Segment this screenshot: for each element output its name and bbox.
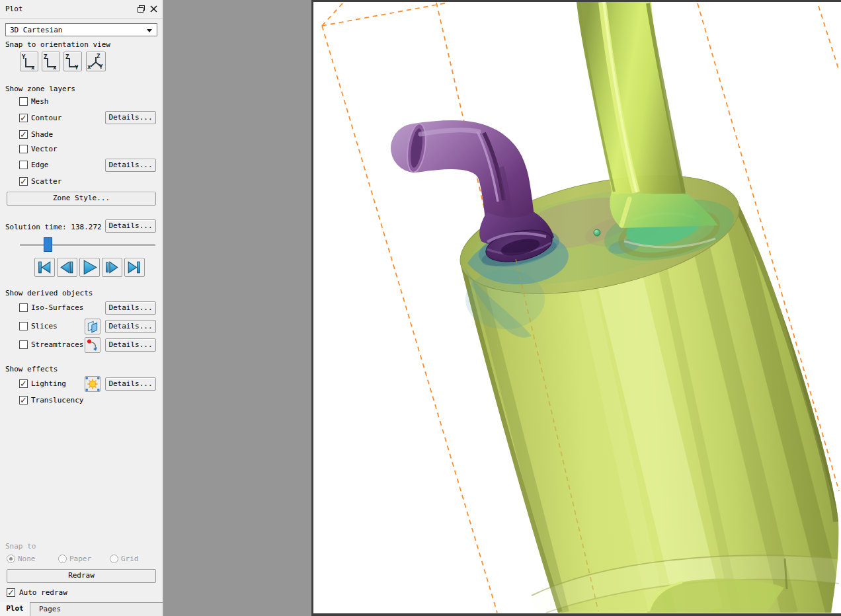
orientation-button-yx[interactable]: Y x [20, 52, 38, 71]
contour-checkbox[interactable] [19, 114, 28, 122]
workspace-background [163, 0, 311, 616]
axis-letter: Z [97, 53, 100, 59]
plot-canvas[interactable] [313, 2, 841, 613]
snap-to-label: Snap to [5, 542, 36, 551]
mesh-checkbox[interactable] [19, 97, 28, 106]
snap-paper-label: Paper [69, 555, 91, 563]
streamtraces-icon [85, 338, 100, 352]
edge-details-button[interactable]: Details... [105, 159, 156, 172]
time-slider-handle[interactable] [44, 237, 52, 252]
shade-checkbox[interactable] [19, 130, 28, 139]
solution-time-caption: Solution time: [5, 223, 67, 231]
iso-surfaces-label: Iso-Surfaces [31, 303, 83, 312]
app-root: { "panel": { "title": "Plot", "window_ic… [0, 0, 841, 616]
snap-grid-radio[interactable] [110, 555, 118, 563]
tab-pages[interactable]: Pages [31, 603, 69, 616]
redraw-button[interactable]: Redraw [7, 569, 156, 583]
iso-surfaces-details-button[interactable]: Details... [105, 301, 156, 315]
edge-label: Edge [31, 161, 49, 169]
tab-plot[interactable]: Plot [0, 602, 30, 616]
orientation-button-zx[interactable]: Z x [42, 52, 60, 71]
scatter-label: Scatter [31, 177, 61, 186]
axis-letter: Y [75, 64, 79, 70]
axis-letter: Z [65, 54, 69, 60]
slices-tool-button[interactable] [85, 319, 100, 334]
lighting-icon [85, 377, 100, 391]
iso-surfaces-checkbox[interactable] [19, 303, 28, 312]
derived-objects-label: Show derived objects [5, 289, 93, 297]
time-slider-track[interactable] [20, 244, 155, 247]
plot-type-select[interactable]: 3D Cartesian [5, 23, 157, 36]
edge-checkbox[interactable] [19, 161, 28, 169]
streamtraces-checkbox[interactable] [19, 340, 28, 349]
snap-grid-label: Grid [121, 555, 139, 563]
slices-checkbox[interactable] [19, 322, 28, 330]
play-icon [80, 258, 99, 276]
panel-titlebar[interactable]: Plot [0, 0, 163, 19]
skip-to-start-icon [35, 258, 54, 276]
orientation-view-label: Snap to orientation view [5, 40, 110, 49]
solution-time-value: 138.272 [71, 223, 101, 231]
skip-to-end-icon [125, 258, 144, 276]
axis-letter: x [87, 63, 91, 70]
solution-time-details-button[interactable]: Details... [105, 219, 156, 233]
streamtraces-tool-button[interactable] [85, 337, 100, 353]
vector-checkbox[interactable] [19, 145, 28, 153]
zone-style-button[interactable]: Zone Style... [7, 192, 156, 206]
axis-letter: Y [22, 54, 26, 60]
step-back-button[interactable] [57, 258, 77, 277]
effects-label: Show effects [5, 365, 58, 373]
orientation-button-xyz[interactable]: Z x Y [86, 52, 106, 71]
shade-label: Shade [31, 130, 53, 139]
axis-letter: Y [99, 63, 103, 70]
float-icon[interactable] [137, 5, 145, 13]
close-icon[interactable] [149, 5, 158, 13]
contour-details-button[interactable]: Details... [105, 111, 156, 124]
snap-none-label: None [18, 555, 36, 563]
mesh-label: Mesh [31, 97, 49, 106]
lighting-details-button[interactable]: Details... [105, 377, 156, 391]
chevron-down-icon [147, 29, 152, 32]
plot-window [311, 0, 841, 616]
skip-to-end-button[interactable] [124, 258, 145, 277]
slices-icon [85, 319, 100, 334]
lighting-tool-button[interactable] [85, 376, 100, 392]
snap-none-radio[interactable] [7, 555, 15, 563]
lighting-checkbox[interactable] [19, 379, 28, 388]
axis-letter: Z [44, 54, 48, 60]
axis-letter: x [53, 64, 57, 70]
slices-details-button[interactable]: Details... [105, 320, 156, 333]
plot-sidebar-panel: Plot 3D Cartesian Snap to orientation vi… [0, 0, 163, 616]
auto-redraw-label: Auto redraw [19, 588, 67, 597]
panel-tabbar: Plot Pages [0, 602, 163, 616]
translucency-label: Translucency [31, 396, 83, 404]
lighting-label: Lighting [31, 379, 66, 388]
slices-label: Slices [31, 322, 58, 330]
zone-layers-label: Show zone layers [5, 85, 75, 93]
panel-title: Plot [5, 5, 23, 13]
vector-label: Vector [31, 145, 58, 153]
step-forward-button[interactable] [102, 258, 122, 277]
orientation-button-zy[interactable]: Z Y [63, 52, 82, 71]
contour-label: Contour [31, 114, 61, 122]
play-button[interactable] [79, 258, 100, 277]
translucency-checkbox[interactable] [19, 396, 28, 404]
skip-to-start-button[interactable] [34, 258, 55, 277]
streamtraces-details-button[interactable]: Details... [105, 338, 156, 352]
step-forward-icon [102, 258, 122, 276]
snap-paper-radio[interactable] [58, 555, 67, 563]
scatter-point [594, 229, 600, 236]
auto-redraw-checkbox[interactable] [7, 588, 15, 597]
plot-type-value: 3D Cartesian [10, 26, 62, 34]
axis-letter: x [31, 64, 35, 70]
solution-time-label: Solution time: 138.272 [5, 223, 102, 231]
scatter-checkbox[interactable] [19, 177, 28, 186]
step-back-icon [58, 258, 77, 276]
streamtraces-label: Streamtraces [31, 340, 83, 349]
